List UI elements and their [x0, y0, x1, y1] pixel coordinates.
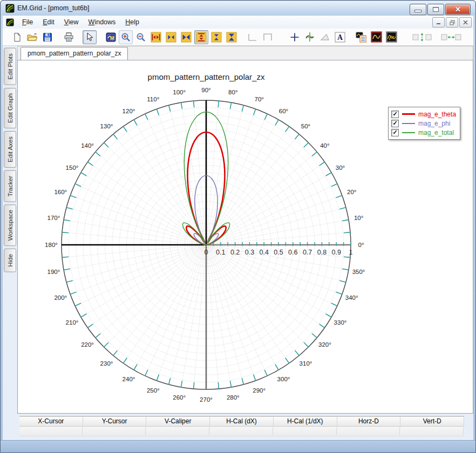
print-button[interactable]	[62, 30, 76, 44]
legend-line-sample	[402, 132, 415, 133]
angle-tick	[218, 382, 219, 389]
grid-spoke	[64, 220, 203, 245]
document-logo-icon	[6, 18, 14, 26]
angle-tick	[134, 365, 137, 370]
grid-spoke	[208, 247, 299, 355]
text-annotation-button[interactable]: A	[333, 30, 347, 44]
radial-label-1: 1	[349, 249, 353, 256]
pointer-arrow-icon	[85, 32, 94, 42]
angle-tick	[66, 208, 73, 209]
slope-triangle-icon	[320, 33, 330, 41]
angle-label-200: 200°	[54, 294, 67, 301]
open-file-button[interactable]	[25, 30, 39, 44]
plot-panel: pmom_pattern_pattern_polar_zx 0°10°20°30…	[17, 60, 473, 414]
angle-tick	[230, 102, 232, 109]
readout-value-row	[19, 427, 464, 436]
minimize-icon	[414, 10, 421, 12]
sidebar-item-workspace[interactable]: Workspace	[4, 204, 16, 246]
multi-curve-button[interactable]	[384, 30, 398, 44]
axes-box-icon	[263, 33, 273, 42]
readout-header-horz-d: Horz-D	[337, 417, 401, 426]
menu-item-help[interactable]: Help	[120, 17, 144, 28]
expand-vertical-button[interactable]	[194, 30, 208, 44]
grid-spoke	[70, 195, 203, 244]
menu-item-view[interactable]: View	[59, 17, 84, 28]
mdi-restore-button[interactable]	[446, 17, 458, 28]
mdi-minimize-button[interactable]	[432, 17, 445, 28]
radial-label-0.7: 0.7	[303, 249, 312, 256]
mdi-close-button[interactable]	[459, 17, 472, 28]
legend-label: mag_e_phi	[418, 120, 450, 127]
slope-button	[318, 30, 332, 44]
title-bar[interactable]: EM.Grid - [pmom_tut6b] ✕	[1, 1, 475, 16]
legend-entry-mag-e-phi[interactable]: ✓mag_e_phi	[391, 119, 456, 128]
shrink-vertical-button[interactable]	[209, 30, 223, 44]
grid-spoke	[209, 195, 342, 244]
angle-label-190: 190°	[47, 269, 60, 275]
zoom-window-button[interactable]	[104, 30, 118, 44]
pointer-tool-button[interactable]	[83, 30, 97, 44]
legend-box: ✓mag_e_theta✓mag_e_phi✓mag_e_total	[388, 107, 460, 140]
menu-item-edit[interactable]: Edit	[38, 17, 59, 28]
mdi-minimize-icon	[436, 20, 441, 25]
radial-label-0.2: 0.2	[230, 249, 240, 256]
angle-label-240: 240°	[123, 376, 135, 382]
legend-toggle-icon	[356, 32, 366, 43]
tracker-button[interactable]	[303, 30, 317, 44]
angle-label-340: 340°	[345, 294, 358, 301]
menu-item-file[interactable]: File	[17, 17, 38, 28]
single-curve-button[interactable]	[369, 30, 383, 44]
angle-tick	[264, 370, 267, 376]
minimize-button[interactable]	[410, 4, 426, 15]
grid-spoke	[207, 248, 256, 381]
axes-corner-button	[246, 30, 260, 44]
menu-item-windows[interactable]: Windows	[84, 17, 121, 28]
legend-entry-mag-e-total[interactable]: ✓mag_e_total	[391, 128, 456, 137]
grid-spoke	[208, 246, 317, 338]
readout-header-vert-d: Vert-D	[400, 417, 464, 426]
grid-spoke	[209, 184, 337, 244]
compress-horizontal-button[interactable]	[179, 30, 193, 44]
legend-checkbox-mag-e-theta[interactable]: ✓	[391, 111, 399, 118]
angle-tick	[339, 280, 346, 282]
angle-tick	[70, 292, 77, 294]
legend-entry-mag-e-theta[interactable]: ✓mag_e_theta	[391, 109, 456, 119]
client-area: Edit PlotsEdit GraphEdit AxesTrackerWork…	[3, 46, 473, 441]
sidebar-item-edit-plots[interactable]: Edit Plots	[4, 48, 16, 85]
close-button[interactable]: ✕	[445, 4, 471, 15]
shrink-horizontal-button[interactable]	[164, 30, 178, 44]
legend-toggle-button[interactable]	[354, 30, 368, 44]
sidebar-item-hide[interactable]: Hide	[4, 249, 16, 272]
zoom-in-button[interactable]	[119, 30, 133, 44]
sidebar-tabstrip: Edit PlotsEdit GraphEdit AxesTrackerWork…	[3, 48, 17, 441]
new-file-button[interactable]	[10, 30, 24, 44]
angle-tick	[344, 257, 351, 257]
maximize-button[interactable]	[427, 4, 444, 15]
save-button[interactable]	[40, 30, 55, 44]
readout-header-v-caliper: V-Caliper	[146, 417, 210, 426]
angle-label-230: 230°	[100, 360, 113, 367]
angle-tick	[326, 173, 332, 176]
angle-tick	[295, 351, 300, 356]
axes-box-button	[261, 30, 275, 44]
angle-tick	[181, 381, 182, 387]
angle-label-210: 210°	[66, 319, 79, 326]
legend-checkbox-mag-e-total[interactable]: ✓	[391, 129, 399, 136]
crosshair-button[interactable]	[288, 30, 302, 44]
sidebar-item-edit-axes[interactable]: Edit Axes	[4, 131, 16, 168]
grid-spoke	[207, 109, 256, 242]
angle-tick	[87, 162, 93, 166]
legend-checkbox-mag-e-phi[interactable]: ✓	[391, 120, 399, 127]
tab-pmom-pattern-pattern-polar-zx[interactable]: pmom_pattern_pattern_polar_zx	[21, 47, 128, 60]
sidebar-item-tracker[interactable]: Tracker	[4, 170, 16, 202]
compress-vertical-button[interactable]	[225, 30, 239, 44]
expand-vertical-icon	[196, 32, 207, 43]
grid-spoke	[181, 248, 206, 387]
sidebar-item-edit-graph[interactable]: Edit Graph	[4, 88, 16, 128]
expand-horizontal-button[interactable]	[149, 30, 163, 44]
application-window: EM.Grid - [pmom_tut6b] ✕ FileEditViewWin…	[0, 0, 476, 453]
readout-header-y-cursor: Y-Cursor	[83, 417, 147, 426]
zoom-out-button[interactable]	[134, 30, 148, 44]
angle-label-150: 150°	[66, 164, 79, 171]
menu-bar: FileEditViewWindowsHelp	[3, 16, 473, 29]
